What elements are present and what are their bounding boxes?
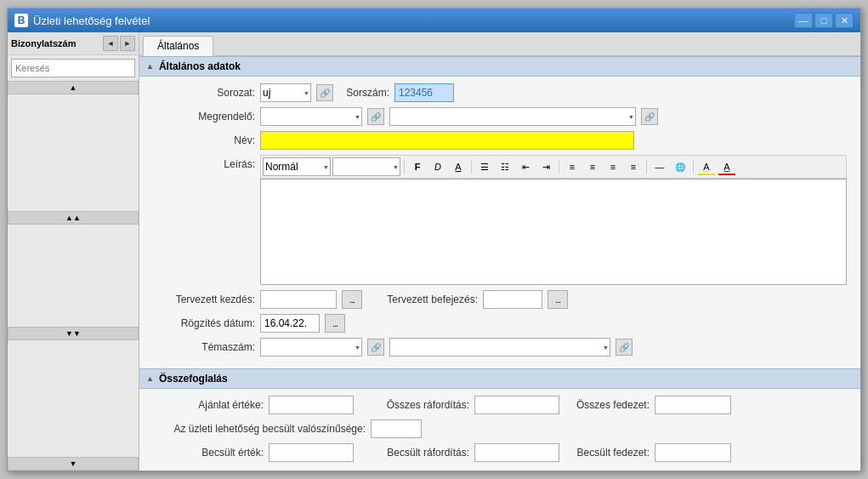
temasza-icon-btn[interactable]: 🔗 [367, 339, 384, 356]
tervezett-befejezes-label: Tervezett befejezés: [376, 294, 478, 305]
title-bar-controls: — □ ✕ [794, 13, 854, 28]
becsult-ertek-input[interactable] [269, 443, 354, 462]
link-button[interactable]: 🌐 [671, 158, 689, 175]
megrendelo-select[interactable] [260, 107, 362, 126]
nav-left-button[interactable]: ◄ [103, 36, 118, 51]
becsult-raforditas-label: Becsült ráfordítás: [367, 447, 469, 459]
form-area: ▲ Általános adatok Sorozat: uj 🔗 [139, 56, 860, 470]
toolbar-separator-5 [693, 160, 694, 174]
font-color-button[interactable]: A [718, 158, 736, 175]
horizontal-rule-button[interactable]: — [650, 158, 669, 175]
ordered-list-button[interactable]: ☷ [496, 158, 514, 175]
leiras-toolbar: Normál F [260, 155, 847, 179]
summary-section-body: Ajánlat értéke: Összes ráfordítás: Össze… [139, 389, 860, 470]
rogzites-row: Rögzítés dátum: ... [153, 314, 847, 333]
osszes-fedezet-input[interactable] [655, 396, 731, 414]
format-select[interactable]: Normál [263, 157, 331, 176]
summary-section-header[interactable]: ▲ Összefoglalás [139, 368, 860, 389]
format-select-wrapper: Normál [263, 157, 331, 176]
becsult-fedezet-input[interactable] [655, 443, 731, 462]
becsult-fedezet-label: Becsült fedezet: [573, 447, 650, 459]
left-scroll-area: ▲ ▲▲ ▼▼ ▼ [8, 81, 139, 470]
sorszam-input[interactable] [394, 83, 454, 102]
window-title: Üzleti lehetőség felvétel [33, 14, 150, 27]
nav-right-button[interactable]: ► [120, 36, 135, 51]
temasza2-select[interactable] [389, 338, 610, 356]
close-button[interactable]: ✕ [835, 13, 854, 28]
scroll-mid-down-button[interactable]: ▼▼ [8, 327, 139, 340]
tervezett-befejezes-input[interactable] [483, 290, 542, 309]
tab-bar: Általános [139, 32, 860, 56]
general-section-header[interactable]: ▲ Általános adatok [139, 56, 860, 77]
megrendelo-label: Megrendelő: [153, 111, 255, 123]
uzleti-valoszinusege-label: Az üzleti lehetőség becsült valószínűség… [153, 423, 366, 435]
sorozat-label: Sorozat: [153, 87, 255, 99]
align-center-button[interactable]: ≡ [583, 158, 602, 175]
megrendelo-select-wrapper [260, 107, 362, 126]
scroll-mid-up-button[interactable]: ▲▲ [8, 211, 139, 225]
search-input[interactable] [11, 59, 135, 77]
indent-button[interactable]: ⇥ [536, 158, 555, 175]
osszes-raforditas-input[interactable] [474, 396, 559, 414]
sorozat-row: Sorozat: uj 🔗 Sorszám: [153, 83, 847, 102]
sorozat-icon-btn[interactable]: 🔗 [316, 84, 333, 101]
temasza-select[interactable] [260, 338, 362, 356]
temasza2-icon-btn[interactable]: 🔗 [616, 339, 633, 356]
maximize-button[interactable]: □ [814, 13, 833, 28]
window-icon: B [14, 14, 28, 27]
rogzites-dots-btn[interactable]: ... [325, 314, 345, 333]
highlight-button[interactable]: A [697, 158, 716, 175]
underline-button[interactable]: A [449, 158, 468, 175]
main-content: Bizonylatszám ◄ ► ▲ ▲▲ ▼▼ ▼ Általános [8, 32, 860, 470]
scroll-bottom-space [8, 340, 139, 457]
tervezett-befejezes-dots-btn[interactable]: ... [547, 290, 568, 309]
summary-section-title: Összefoglalás [159, 373, 228, 385]
nev-input[interactable] [260, 131, 634, 150]
temasza-label: Témaszám: [153, 341, 255, 353]
uzleti-valoszinusege-input[interactable] [371, 419, 422, 438]
temasza2-select-wrapper [389, 338, 610, 356]
sorozat-select-wrapper: uj [260, 83, 311, 102]
tab-altalanos[interactable]: Általános [143, 36, 213, 56]
megrendelo-icon-btn[interactable]: 🔗 [367, 108, 384, 125]
sorozat-select[interactable]: uj [260, 83, 311, 102]
font-select[interactable] [332, 157, 400, 176]
tervezett-kezdes-input[interactable] [260, 290, 337, 309]
leiras-label: Leírás: [153, 155, 255, 170]
becsult-ertek-label: Becsült érték: [153, 447, 264, 459]
bold-button[interactable]: F [408, 158, 427, 175]
general-section-body: Sorozat: uj 🔗 Sorszám: Megrendelő: [139, 77, 860, 368]
align-right-button[interactable]: ≡ [604, 158, 622, 175]
osszes-raforditas-label: Összes ráfordítás: [367, 399, 469, 411]
left-panel: Bizonylatszám ◄ ► ▲ ▲▲ ▼▼ ▼ [8, 32, 139, 470]
leiras-row: Leírás: Normál [153, 155, 847, 285]
leiras-textarea[interactable] [261, 180, 846, 282]
toolbar-separator-4 [646, 160, 647, 174]
osszes-fedezet-label: Összes fedezet: [573, 399, 650, 411]
unordered-list-button[interactable]: ☰ [475, 158, 494, 175]
ajanlat-label: Ajánlat értéke: [153, 399, 264, 411]
rogzites-datum-input[interactable] [260, 314, 320, 333]
outdent-button[interactable]: ⇤ [516, 158, 535, 175]
leiras-editor: Normál F [260, 155, 847, 285]
italic-button[interactable]: D [428, 158, 447, 175]
megrendelo2-select[interactable] [389, 107, 636, 126]
align-justify-button[interactable]: ≡ [624, 158, 643, 175]
search-box [11, 59, 135, 77]
toolbar-separator-2 [471, 160, 472, 174]
ajanlat-input[interactable] [269, 396, 354, 414]
summary-row-2: Az üzleti lehetőség becsült valószínűség… [153, 419, 847, 438]
becsult-raforditas-input[interactable] [474, 443, 559, 462]
summary-row-1: Ajánlat értéke: Összes ráfordítás: Össze… [153, 396, 847, 414]
tervezett-kezdes-dots-btn[interactable]: ... [342, 290, 362, 309]
align-left-button[interactable]: ≡ [563, 158, 582, 175]
minimize-button[interactable]: — [794, 13, 813, 28]
temasza-select-wrapper [260, 338, 362, 356]
megrendelo2-select-wrapper [389, 107, 636, 126]
scroll-down-button[interactable]: ▼ [8, 457, 139, 470]
general-section-title: Általános adatok [159, 60, 241, 72]
sorszam-label: Sorszám: [338, 87, 389, 99]
nev-label: Név: [153, 134, 255, 146]
scroll-up-button[interactable]: ▲ [8, 81, 139, 94]
megrendelo2-icon-btn[interactable]: 🔗 [641, 108, 658, 125]
